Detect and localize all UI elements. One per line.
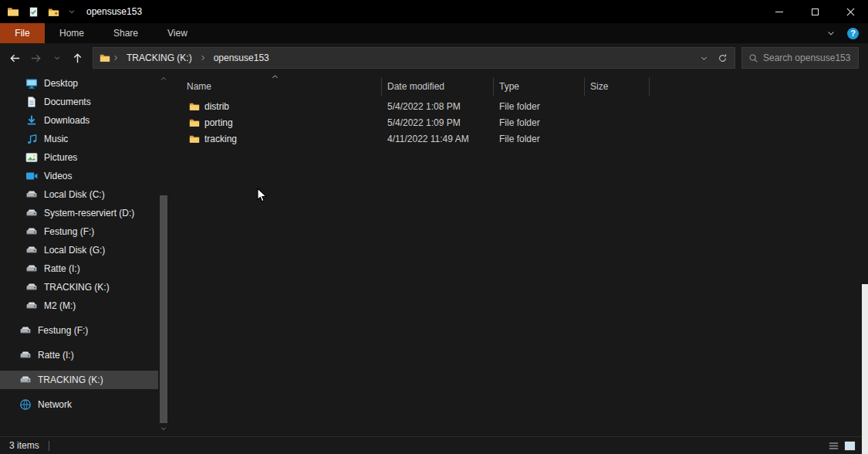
address-toolbar: TRACKING (K:)opensuse153: [0, 43, 868, 73]
large-icons-view-icon[interactable]: [844, 440, 856, 452]
sidebar-item-label: Festung (F:): [44, 226, 94, 237]
sidebar-item-pictures[interactable]: Pictures: [0, 148, 158, 167]
maximize-button[interactable]: [797, 0, 833, 23]
file-pane: NameDate modifiedTypeSize distrib5/4/202…: [169, 73, 868, 436]
column-header-size[interactable]: Size: [585, 77, 650, 96]
up-arrow-icon: [72, 53, 83, 64]
sidebar-item-documents[interactable]: Documents: [0, 93, 158, 111]
ribbon-tab-share[interactable]: Share: [99, 23, 153, 43]
drive-icon: [25, 281, 38, 293]
sidebar-item-label: Festung (F:): [38, 325, 88, 336]
monitor-icon: [25, 77, 38, 90]
forward-button[interactable]: [25, 48, 46, 69]
drive-icon: [25, 188, 38, 201]
breadcrumb-segment-opensuse153[interactable]: opensuse153: [207, 53, 276, 63]
address-bar[interactable]: TRACKING (K:)opensuse153: [93, 47, 735, 69]
window-title: opensuse153: [86, 6, 142, 17]
qat-chevron-down-icon[interactable]: [68, 8, 76, 15]
ribbon-tabs: HomeShareView: [45, 23, 202, 43]
sidebar-item-label: Music: [44, 134, 68, 144]
sidebar-item-festung-f[interactable]: Festung (F:): [0, 222, 158, 241]
folder-icon: [189, 117, 200, 128]
address-bar-actions: [700, 53, 735, 63]
file-name: porting: [204, 117, 233, 128]
sidebar-item-local-disk-g[interactable]: Local Disk (G:): [0, 241, 158, 259]
recent-locations-button[interactable]: [46, 48, 67, 69]
up-button[interactable]: [67, 48, 88, 69]
sidebar-item-music[interactable]: Music: [0, 130, 158, 148]
sidebar-item-desktop[interactable]: Desktop: [0, 74, 158, 93]
sidebar-item-downloads[interactable]: Downloads: [0, 111, 158, 130]
scrollbar-up-icon[interactable]: [160, 75, 167, 83]
search-input[interactable]: [763, 53, 852, 63]
sidebar-item-system-reserviert-d[interactable]: System-reserviert (D:): [0, 204, 158, 222]
file-row-porting[interactable]: porting5/4/2022 1:09 PMFile folder: [169, 114, 868, 130]
address-dropdown-chevron-icon[interactable]: [700, 54, 708, 63]
minimize-icon: [775, 12, 783, 12]
refresh-icon[interactable]: [718, 53, 728, 63]
file-date-modified: 4/11/2022 11:49 AM: [382, 134, 494, 144]
sidebar-item-local-disk-c[interactable]: Local Disk (C:): [0, 185, 158, 204]
sidebar-item-label: Downloads: [44, 115, 90, 126]
column-header-type[interactable]: Type: [494, 77, 585, 96]
sidebar-item-label: Videos: [44, 171, 72, 181]
address-folder-icon: [100, 53, 110, 63]
download-icon: [25, 114, 38, 127]
folder-icon: [189, 134, 200, 144]
sidebar-item-label: Local Disk (G:): [44, 245, 105, 256]
new-folder-icon[interactable]: [48, 6, 59, 18]
sidebar-item-tracking-k[interactable]: TRACKING (K:): [0, 371, 158, 389]
file-date-modified: 5/4/2022 1:08 PM: [382, 101, 494, 112]
ribbon-tab-view[interactable]: View: [153, 23, 202, 43]
file-date-modified: 5/4/2022 1:09 PM: [382, 117, 494, 128]
file-explorer-window: opensuse153 File HomeShareView ? TRACKIN…: [0, 0, 868, 454]
breadcrumb-segment-tracking-k[interactable]: TRACKING (K:): [120, 53, 199, 63]
sidebar-item-ratte-i[interactable]: Ratte (I:): [0, 346, 158, 364]
ribbon-tab-file[interactable]: File: [0, 23, 45, 43]
sidebar-item-label: M2 (M:): [44, 300, 76, 311]
sidebar: DesktopDocumentsDownloadsMusicPicturesVi…: [0, 73, 158, 436]
sidebar-item-videos[interactable]: Videos: [0, 167, 158, 185]
window-controls: [762, 0, 868, 23]
sidebar-scrollbar[interactable]: [158, 73, 169, 436]
close-button[interactable]: [833, 0, 868, 23]
back-arrow-icon: [9, 53, 21, 64]
column-header-date-modified[interactable]: Date modified: [382, 77, 494, 96]
help-icon[interactable]: ?: [847, 28, 859, 39]
column-header-label: Name: [187, 81, 211, 92]
file-list: distrib5/4/2022 1:08 PMFile folderportin…: [169, 98, 868, 147]
file-type: File folder: [494, 117, 585, 128]
scrollbar-thumb[interactable]: [160, 195, 167, 423]
sidebar-item-m2-m[interactable]: M2 (M:): [0, 296, 158, 315]
sidebar-item-label: Ratte (I:): [38, 350, 74, 361]
file-type: File folder: [494, 134, 585, 144]
sidebar-item-tracking-k[interactable]: TRACKING (K:): [0, 278, 158, 296]
file-row-tracking[interactable]: tracking4/11/2022 11:49 AMFile folder: [169, 130, 868, 147]
back-button[interactable]: [5, 48, 25, 69]
properties-icon[interactable]: [28, 6, 39, 18]
drive-icon: [25, 263, 38, 275]
sidebar-item-label: Desktop: [44, 78, 78, 89]
sidebar-item-network[interactable]: Network: [0, 395, 158, 414]
expand-ribbon-chevron-icon[interactable]: [826, 29, 836, 38]
file-row-distrib[interactable]: distrib5/4/2022 1:08 PMFile folder: [169, 98, 868, 114]
scrollbar-down-icon[interactable]: [160, 425, 167, 432]
music-icon: [25, 133, 38, 145]
sidebar-item-ratte-i[interactable]: Ratte (I:): [0, 259, 158, 278]
breadcrumb-chevron-icon: [199, 54, 207, 62]
drive-icon: [19, 374, 32, 386]
folder-icon: [189, 101, 200, 112]
maximize-icon: [812, 8, 819, 15]
minimize-button[interactable]: [762, 0, 797, 23]
close-icon: [846, 8, 855, 16]
status-bar: 3 items: [0, 436, 868, 454]
search-box[interactable]: [741, 47, 859, 69]
sidebar-item-festung-f[interactable]: Festung (F:): [0, 321, 158, 340]
details-view-icon[interactable]: [828, 440, 839, 452]
file-type: File folder: [494, 101, 585, 112]
explorer-folder-icon: [7, 5, 19, 18]
sidebar-item-label: Ratte (I:): [44, 263, 80, 274]
quick-access-toolbar: [0, 5, 76, 18]
ribbon-tab-home[interactable]: Home: [45, 23, 99, 43]
sidebar-item-label: Local Disk (C:): [44, 189, 105, 200]
